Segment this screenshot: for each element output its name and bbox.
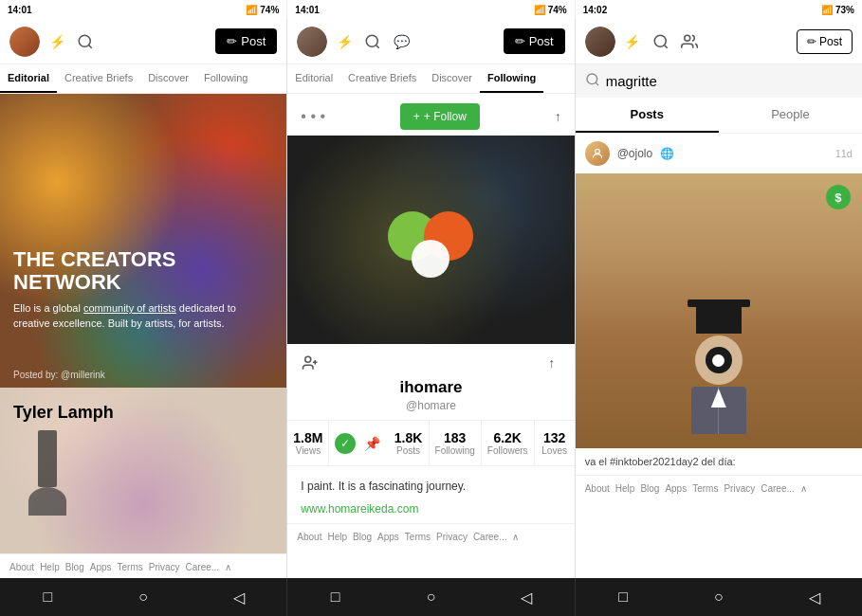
footer-privacy-3[interactable]: Privacy [724,483,755,494]
tab-editorial-2[interactable]: Editorial [287,64,340,93]
pencil-icon-2: ✏ [515,34,525,48]
stat-views: 1.8M Views [287,421,329,465]
search-tab-people[interactable]: People [719,98,862,133]
circle-button-1[interactable]: ○ [130,584,156,610]
magritte-figure [681,299,757,434]
footer-links-1: About Help Blog Apps Terms Privacy Caree… [0,553,286,578]
circle-button-2[interactable]: ○ [417,584,444,610]
footer-careers-3[interactable]: Caree... [761,483,795,494]
footer-apps-3[interactable]: Apps [665,483,687,494]
footer-help-1[interactable]: Help [40,562,60,572]
search-icon-1[interactable] [76,32,95,51]
status-bar-3: 14:02 📶 73% [576,0,862,19]
art-card-figure [19,430,76,544]
lightning-icon-2[interactable]: ⚡ [335,32,354,51]
svg-point-2 [305,356,311,362]
tab-discover-1[interactable]: Discover [140,64,196,93]
tab-editorial-1[interactable]: Editorial [0,64,57,93]
profile-handle: @homare [287,399,574,420]
bottom-navigation: □ ○ ◁ □ ○ ◁ □ ○ ◁ [0,578,862,616]
footer-help-2[interactable]: Help [327,532,347,542]
svg-point-5 [654,35,666,46]
stat-posts-label: Posts [394,445,422,456]
tab-following-1[interactable]: Following [196,64,255,93]
square-button-3[interactable]: □ [610,584,636,610]
stat-posts: 1.8K Posts [388,421,429,465]
nav-icons-2: ⚡ 💬 [335,32,495,51]
post-button-2[interactable]: ✏ Post [504,28,565,54]
circle-button-3[interactable]: ○ [706,584,732,610]
svg-point-8 [595,149,599,154]
profile-website[interactable]: www.homareikeda.com [287,498,574,523]
search-icon-3[interactable] [651,32,670,51]
back-button-3[interactable]: ◁ [801,584,828,610]
stat-following-value: 183 [435,430,475,445]
square-button-1[interactable]: □ [34,584,61,610]
search-icon-2[interactable] [363,32,382,51]
footer-blog-1[interactable]: Blog [65,562,84,572]
post-button-1[interactable]: ✏ Post [215,28,277,54]
footer-apps-1[interactable]: Apps [90,562,112,572]
hero-footer: Posted by: @millerink [13,370,105,380]
dollar-badge[interactable]: $ [826,185,851,209]
footer-careers-2[interactable]: Caree... [473,532,507,542]
footer-blog-3[interactable]: Blog [640,483,659,494]
panel-search: ⚡ ✏ Post Posts [576,19,862,578]
result-globe-icon: 🌐 [660,147,674,160]
result-user-avatar[interactable] [585,141,610,166]
tab-discover-2[interactable]: Discover [424,64,480,93]
avatar-2[interactable] [297,27,327,57]
tab-creative-2[interactable]: Creative Briefs [340,64,424,93]
profile-bio: I paint. It is a fascinating journey. [287,474,574,498]
footer-careers-1[interactable]: Caree... [186,562,220,572]
footer-privacy-1[interactable]: Privacy [149,562,180,572]
footer-help-3[interactable]: Help [615,483,635,494]
search-tabs: Posts People [576,98,862,134]
avatar-3[interactable] [585,27,615,57]
time-1: 14:01 [8,5,32,15]
search-input[interactable] [606,73,853,89]
add-friend-icon[interactable] [301,353,320,372]
upload-icon[interactable]: ↑ [542,353,561,372]
stats-row: 1.8M Views ✓ 📌 1.8K Posts 183 Following … [287,420,574,466]
footer-about-1[interactable]: About [9,562,34,572]
result-user-handle[interactable]: @ojolo [617,147,653,160]
footer-terms-2[interactable]: Terms [405,532,431,542]
post-button-3[interactable]: ✏ Post [797,29,853,54]
more-options-icon[interactable]: • • • [301,108,325,125]
square-button-2[interactable]: □ [322,584,349,610]
share-button[interactable]: ↑ [555,109,561,124]
tab-creative-1[interactable]: Creative Briefs [57,64,140,93]
footer-terms-1[interactable]: Terms [118,562,143,572]
back-button-2[interactable]: ◁ [513,584,540,610]
footer-blog-2[interactable]: Blog [353,532,372,542]
lightning-icon-3[interactable]: ⚡ [623,32,642,51]
footer-about-3[interactable]: About [585,483,610,494]
tab-following-2[interactable]: Following [480,64,543,93]
chat-icon-2[interactable]: 💬 [392,32,411,51]
search-bar [576,64,862,98]
lightning-icon-1[interactable]: ⚡ [47,32,66,51]
people-icon-3[interactable] [680,32,699,51]
stat-views-value: 1.8M [293,430,322,445]
footer-chevron-2[interactable]: ∧ [512,532,519,542]
follow-button[interactable]: + + Follow [400,103,480,130]
follow-plus-icon: + [413,110,420,123]
footer-chevron-3[interactable]: ∧ [800,483,807,494]
footer-privacy-2[interactable]: Privacy [436,532,468,542]
footer-chevron-1[interactable]: ∧ [225,562,231,572]
art-card: Tyler Lamph [0,388,286,553]
avatar-1[interactable] [9,27,40,57]
back-button-1[interactable]: ◁ [226,584,252,610]
result-caption: va el #inktober2021day2 del día: [576,448,862,475]
footer-terms-3[interactable]: Terms [692,483,718,494]
community-link[interactable]: community of artists [83,302,176,314]
footer-apps-2[interactable]: Apps [377,532,399,542]
stat-followers-value: 6.2K [487,430,528,445]
hero-background [0,94,286,388]
svg-point-0 [79,35,90,46]
footer-about-2[interactable]: About [297,532,321,542]
stat-badges: ✓ 📌 [329,421,388,465]
result-image: $ [576,173,862,448]
search-tab-posts[interactable]: Posts [576,98,719,133]
